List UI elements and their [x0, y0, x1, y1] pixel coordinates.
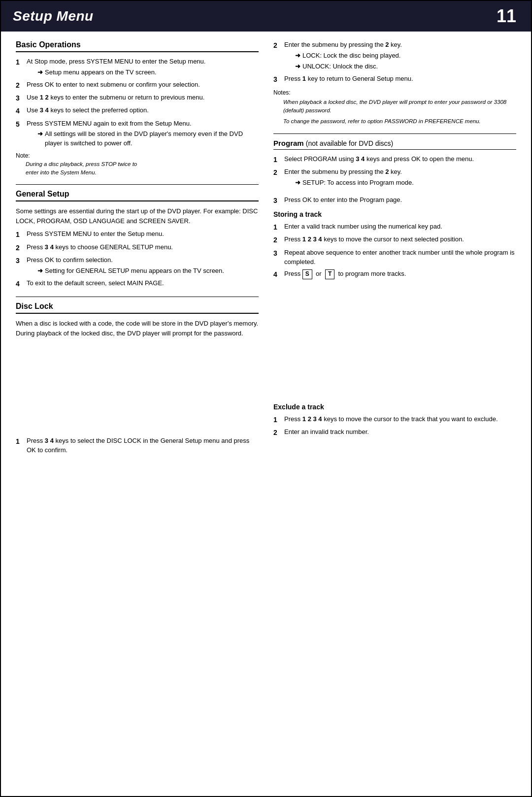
note-label: Note: — [16, 152, 259, 159]
program-continued: 3 Press OK to enter into the Program pag… — [273, 196, 516, 437]
step-content: Press 1 2 3 4 keys to move the cursor to… — [284, 415, 498, 424]
list-item: 2 Press 3 4 keys to choose GENERAL SETUP… — [16, 243, 259, 253]
storing-track-list: 1 Enter a valid track number using the n… — [273, 222, 516, 280]
program-title: Program (not available for DVD discs) — [273, 139, 516, 150]
notes-label: Notes: — [273, 89, 516, 96]
key-s: S — [302, 269, 312, 279]
step-text: Press OK to confirm selection. — [27, 256, 113, 264]
program-title-bold: Program — [273, 139, 304, 147]
disc-lock-section: Disc Lock When a disc is locked with a c… — [16, 302, 259, 338]
list-item: 2 Enter the submenu by pressing the 2 ke… — [273, 40, 516, 71]
page-number: 11 — [497, 6, 516, 27]
step-content: Enter the submenu by pressing the 2 key.… — [284, 40, 402, 71]
arrow-text: UNLOCK: Unlock the disc. — [302, 62, 378, 71]
arrow-icon: ➜ — [37, 266, 43, 276]
general-setup-list: 1 Press SYSTEM MENU to enter the Setup m… — [16, 230, 259, 289]
step-text: Press 1 key to return to General Setup m… — [284, 75, 413, 82]
arrow-text: Setting for GENERAL SETUP menu appears o… — [45, 266, 224, 276]
step-content: Use 1 2 keys to enter the submenu or ret… — [27, 93, 204, 102]
step-text: Use 3 4 keys to select the preferred opt… — [27, 106, 149, 114]
step-text: Press S or T to program more tracks. — [284, 270, 406, 277]
step-content: Press SYSTEM MENU to enter the Setup men… — [27, 230, 164, 239]
step-text: Press 1 2 3 4 keys to move the cursor to… — [284, 415, 498, 423]
list-item: 4 Press S or T to program more tracks. — [273, 269, 516, 279]
step-content: Use 3 4 keys to select the preferred opt… — [27, 106, 149, 115]
arrow-item: ➜ Setup menu appears on the TV screen. — [37, 68, 205, 77]
step-content: At Stop mode, press SYSTEM MENU to enter… — [27, 57, 205, 77]
step-number: 1 — [16, 436, 25, 446]
list-item: 4 Use 3 4 keys to select the preferred o… — [16, 106, 259, 116]
list-item: 5 Press SYSTEM MENU again to exit from t… — [16, 119, 259, 149]
arrow-item: ➜ UNLOCK: Unlock the disc. — [295, 62, 402, 71]
step-text: Enter the submenu by pressing the 2 key. — [284, 168, 402, 175]
disc-lock-continued-section: 2 Enter the submenu by pressing the 2 ke… — [273, 40, 516, 126]
page-title: Setup Menu — [13, 8, 94, 24]
basic-operations-section: Basic Operations 1 At Stop mode, press S… — [16, 40, 259, 176]
step-number: 2 — [273, 167, 282, 177]
step-number: 3 — [16, 93, 25, 103]
step-text: Use 1 2 keys to enter the submenu or ret… — [27, 94, 204, 101]
right-column: 2 Enter the submenu by pressing the 2 ke… — [273, 40, 516, 458]
list-item: 3 Press OK to enter into the Program pag… — [273, 196, 516, 205]
step-text: Enter a valid track number using the num… — [284, 223, 442, 230]
storing-track-title: Storing a track — [273, 210, 516, 218]
list-item: 3 Press OK to confirm selection. ➜ Setti… — [16, 256, 259, 276]
step-content: Select PROGRAM using 3 4 keys and press … — [284, 155, 474, 164]
step-text: Press 1 2 3 4 keys to move the cursor to… — [284, 235, 464, 243]
program-list: 1 Select PROGRAM using 3 4 keys and pres… — [273, 155, 516, 188]
step-text: Press OK to enter into the Program page. — [284, 196, 402, 203]
step-text: Enter the submenu by pressing the 2 key. — [284, 41, 402, 48]
arrow-text: LOCK: Lock the disc being played. — [302, 51, 400, 61]
arrow-text: All settings will be stored in the DVD p… — [45, 130, 259, 148]
step-number: 1 — [16, 230, 25, 239]
page: Setup Menu 11 Basic Operations 1 At Stop… — [0, 0, 532, 797]
step-content: Press OK to confirm selection. ➜ Setting… — [27, 256, 224, 276]
note-text: During a disc playback, press STOP twice… — [26, 160, 259, 176]
arrow-item: ➜ SETUP: To access into Program mode. — [295, 178, 414, 188]
list-item: 1 Press SYSTEM MENU to enter the Setup m… — [16, 230, 259, 239]
notes-block: Notes: When playback a locked disc, the … — [273, 89, 516, 126]
step-number: 3 — [273, 74, 282, 84]
divider — [273, 133, 516, 134]
list-item: 2 Press OK to enter to next submenu or c… — [16, 80, 259, 90]
list-item: 1 Press 3 4 keys to select the DISC LOCK… — [16, 436, 259, 455]
step-number: 2 — [16, 243, 25, 253]
step-content: Repeat above sequence to enter another t… — [284, 248, 516, 267]
arrow-item: ➜ LOCK: Lock the disc being played. — [295, 51, 402, 61]
disc-lock-steps-bottom: 1 Press 3 4 keys to select the DISC LOCK… — [16, 436, 259, 455]
arrow-icon: ➜ — [37, 68, 43, 77]
step-number: 3 — [16, 256, 25, 266]
general-setup-section: General Setup Some settings are essentia… — [16, 190, 259, 289]
step-number: 2 — [273, 40, 282, 50]
step-number: 3 — [273, 196, 282, 205]
exclude-track-list: 1 Press 1 2 3 4 keys to move the cursor … — [273, 415, 516, 438]
disc-lock-title: Disc Lock — [16, 302, 259, 314]
step-number: 2 — [273, 235, 282, 245]
step-content: Press SYSTEM MENU again to exit from the… — [27, 119, 259, 149]
step-number: 4 — [273, 269, 282, 279]
step-content: Enter an invalid track number. — [284, 428, 369, 437]
step-content: To exit to the default screen, select MA… — [27, 279, 164, 288]
step-content: Press 1 key to return to General Setup m… — [284, 74, 413, 84]
step-number: 1 — [273, 155, 282, 165]
step-number: 4 — [16, 279, 25, 289]
list-item: 3 Use 1 2 keys to enter the submenu or r… — [16, 93, 259, 103]
left-column: Basic Operations 1 At Stop mode, press S… — [16, 40, 259, 458]
step-content: Press OK to enter into the Program page. — [284, 196, 402, 205]
step-number: 1 — [273, 415, 282, 425]
disc-lock-continued-list: 2 Enter the submenu by pressing the 2 ke… — [273, 40, 516, 84]
basic-operations-title: Basic Operations — [16, 40, 259, 52]
arrow-icon: ➜ — [295, 62, 300, 71]
step-text: Press SYSTEM MENU to enter the Setup men… — [27, 230, 164, 237]
arrow-text: SETUP: To access into Program mode. — [302, 178, 414, 188]
disc-lock-list: 1 Press 3 4 keys to select the DISC LOCK… — [16, 436, 259, 455]
key-t: T — [325, 269, 334, 279]
step-number: 1 — [273, 222, 282, 232]
list-item: 2 Press 1 2 3 4 keys to move the cursor … — [273, 235, 516, 245]
arrow-icon: ➜ — [295, 178, 300, 188]
step-text: Press SYSTEM MENU again to exit from the… — [27, 120, 192, 127]
step-content: Enter the submenu by pressing the 2 key.… — [284, 167, 414, 188]
step-text: Press OK to enter to next submenu or con… — [27, 81, 200, 88]
step-text: Select PROGRAM using 3 4 keys and press … — [284, 155, 474, 163]
step-number: 5 — [16, 119, 25, 129]
